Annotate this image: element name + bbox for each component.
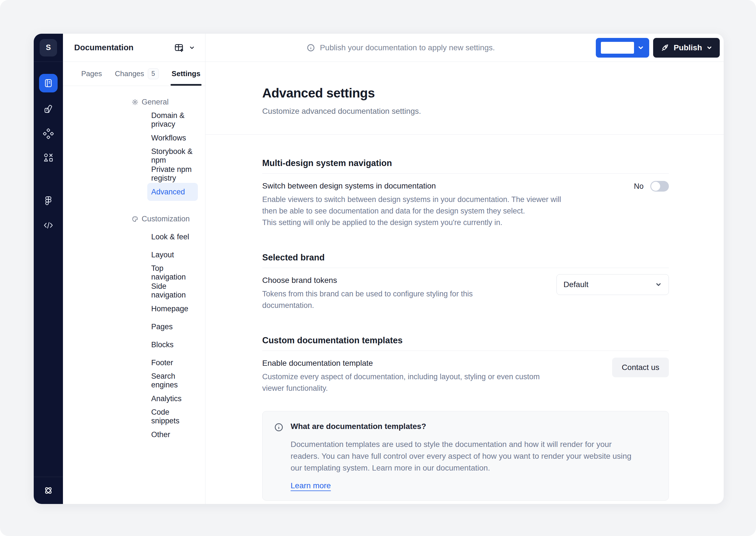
page-title: Advanced settings — [262, 85, 724, 101]
nav-item-look-feel[interactable]: Look & feel — [147, 228, 198, 246]
setting-description: Tokens from this brand can be used to co… — [262, 288, 473, 311]
rail-item-themes[interactable] — [39, 99, 58, 118]
nav-item-homepage[interactable]: Homepage — [147, 300, 198, 318]
supernova-logo-icon — [43, 485, 54, 496]
changes-count-badge: 5 — [148, 68, 159, 79]
info-icon — [306, 43, 315, 52]
workspace-avatar[interactable]: S — [40, 39, 57, 56]
gear-icon — [131, 99, 139, 106]
nav-item-top-navigation[interactable]: Top navigation — [147, 264, 198, 282]
nav-item-search-engines[interactable]: Search engines — [147, 372, 198, 390]
rail-top: S — [34, 34, 63, 62]
templates-info-box: What are documentation templates? Docume… — [262, 411, 669, 501]
rail-nav — [34, 62, 63, 235]
panel-header: Documentation — [63, 34, 205, 62]
rail-item-components[interactable] — [39, 148, 58, 167]
tokens-diamonds-icon — [43, 128, 54, 139]
tab-pages-label: Pages — [81, 69, 102, 78]
toggle-state-label: No — [634, 182, 643, 191]
setting-description: Enable viewers to switch between design … — [262, 194, 561, 228]
chevron-down-icon — [706, 45, 712, 51]
page-subtitle: Customize advanced documentation setting… — [262, 107, 724, 116]
contact-us-button[interactable]: Contact us — [612, 358, 669, 377]
settings-nav-panel: Documentation Pages Chan — [63, 34, 205, 504]
section-heading: Custom documentation templates — [262, 335, 669, 351]
documentation-book-icon — [43, 78, 54, 88]
swatches-icon — [43, 103, 54, 114]
learn-more-link[interactable]: Learn more — [291, 481, 331, 490]
rocket-icon — [661, 43, 670, 52]
view-switcher-button[interactable] — [174, 43, 195, 52]
section-heading: Multi-design system navigation — [262, 158, 669, 174]
section-heading: Selected brand — [262, 252, 669, 268]
setting-row-brand-tokens: Choose brand tokens Tokens from this bra… — [262, 276, 669, 311]
tab-settings[interactable]: Settings — [172, 62, 201, 86]
tab-settings-label: Settings — [172, 69, 201, 78]
code-icon — [43, 220, 54, 231]
nav-item-private-npm-registry[interactable]: Private npm registry — [147, 165, 198, 183]
environment-selector-button[interactable] — [596, 38, 649, 57]
nav-item-code-snippets[interactable]: Code snippets — [147, 408, 198, 425]
components-shapes-icon — [43, 152, 54, 163]
info-box-title: What are documentation templates? — [291, 422, 426, 431]
nav-group-general-label: General — [142, 98, 169, 107]
setting-title: Choose brand tokens — [262, 276, 473, 285]
setting-description: Customize every aspect of documentation,… — [262, 371, 540, 394]
section-custom-templates: Custom documentation templates Enable do… — [262, 335, 669, 501]
rail-item-figma[interactable] — [39, 191, 58, 210]
section-selected-brand: Selected brand Choose brand tokens Token… — [262, 252, 669, 311]
nav-item-workflows[interactable]: Workflows — [147, 129, 198, 147]
nav-item-other[interactable]: Other — [147, 425, 198, 444]
grid-settings-icon — [174, 43, 185, 52]
settings-nav-list: General Domain & privacy Workflows Story… — [63, 86, 205, 444]
publish-banner: Publish your documentation to apply new … — [205, 34, 724, 62]
rail-item-code[interactable] — [39, 216, 58, 235]
settings-content: Multi-design system navigation Switch be… — [205, 135, 724, 504]
rail-item-tokens[interactable] — [39, 124, 58, 143]
main-area: Publish your documentation to apply new … — [205, 34, 724, 504]
nav-group-customization: Customization — [131, 210, 198, 228]
nav-item-side-navigation[interactable]: Side navigation — [147, 282, 198, 300]
tab-pages[interactable]: Pages — [81, 62, 102, 86]
figma-icon — [43, 195, 54, 206]
brand-tokens-select-value: Default — [564, 280, 589, 289]
rail-item-documentation[interactable] — [39, 74, 58, 92]
panel-tabs: Pages Changes 5 Settings — [63, 62, 205, 86]
tab-changes[interactable]: Changes 5 — [115, 62, 159, 86]
rail-item-supernova[interactable] — [34, 477, 63, 504]
setting-title: Switch between design systems in documen… — [262, 182, 561, 190]
toggle-control: No — [634, 181, 669, 191]
palette-icon — [131, 216, 139, 222]
setting-row-documentation-template: Enable documentation template Customize … — [262, 359, 669, 394]
nav-item-blocks[interactable]: Blocks — [147, 336, 198, 354]
toggle-knob — [651, 182, 660, 191]
info-box-body: Documentation templates are used to styl… — [291, 439, 657, 474]
app-window: S — [34, 34, 724, 504]
brand-tokens-select[interactable]: Default — [557, 274, 669, 295]
info-icon — [274, 422, 284, 432]
nav-group-customization-label: Customization — [142, 215, 190, 223]
panel-title: Documentation — [74, 43, 133, 52]
nav-item-layout[interactable]: Layout — [147, 246, 198, 264]
nav-item-pages[interactable]: Pages — [147, 318, 198, 336]
tab-changes-label: Changes — [115, 69, 144, 78]
banner-message: Publish your documentation to apply new … — [205, 43, 596, 52]
banner-text: Publish your documentation to apply new … — [320, 43, 495, 52]
environment-label-chip — [601, 42, 634, 54]
nav-group-general: General — [131, 93, 198, 111]
desktop-background: S — [0, 0, 756, 536]
nav-item-storybook-npm[interactable]: Storybook & npm — [147, 147, 198, 165]
app-rail: S — [34, 34, 63, 504]
chevron-down-icon — [189, 45, 195, 51]
setting-row-switch-design-systems: Switch between design systems in documen… — [262, 182, 669, 228]
nav-item-footer[interactable]: Footer — [147, 354, 198, 372]
nav-item-domain-privacy[interactable]: Domain & privacy — [147, 111, 198, 129]
section-multi-design-system: Multi-design system navigation Switch be… — [262, 158, 669, 228]
nav-item-analytics[interactable]: Analytics — [147, 390, 198, 408]
publish-button[interactable]: Publish — [653, 38, 720, 57]
chevron-down-icon — [655, 281, 662, 288]
nav-item-advanced[interactable]: Advanced — [147, 183, 198, 201]
setting-title: Enable documentation template — [262, 359, 540, 368]
page-header: Advanced settings Customize advanced doc… — [205, 62, 724, 135]
design-system-switch-toggle[interactable] — [650, 181, 669, 191]
